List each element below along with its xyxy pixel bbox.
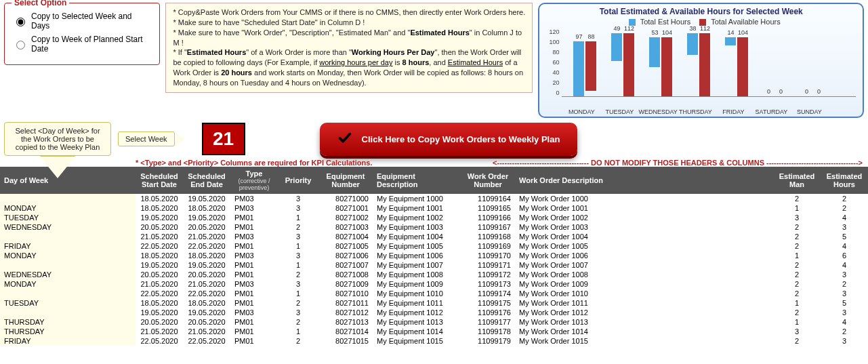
cell-wodesc[interactable]: My Work Order 1006: [515, 251, 773, 260]
cell-eqdesc[interactable]: My Equipment 1013: [373, 317, 461, 327]
table-row[interactable]: FRIDAY22.05.202022.05.2020PM01180271005M…: [0, 241, 868, 251]
cell-wonum[interactable]: 11099179: [461, 336, 515, 346]
cell-send[interactable]: 20.05.2020: [183, 270, 230, 279]
radio-copy-planned-input[interactable]: [16, 41, 25, 49]
cell-eman[interactable]: 2: [773, 222, 821, 232]
cell-prio[interactable]: 2: [278, 222, 318, 232]
cell-sstart[interactable]: 21.05.2020: [136, 279, 183, 289]
cell-dow[interactable]: THURSDAY: [0, 317, 136, 327]
cell-prio[interactable]: 1: [278, 213, 318, 222]
cell-eman[interactable]: 1: [773, 298, 821, 308]
cell-eman[interactable]: 2: [773, 336, 821, 346]
cell-eqnum[interactable]: 80271015: [318, 336, 373, 346]
cell-wodesc[interactable]: My Work Order 1001: [515, 203, 773, 213]
cell-ehours[interactable]: 3: [821, 308, 868, 317]
cell-ehours[interactable]: 2: [821, 203, 868, 213]
cell-sstart[interactable]: 19.05.2020: [136, 213, 183, 222]
cell-send[interactable]: 19.05.2020: [183, 308, 230, 317]
cell-dow[interactable]: MONDAY: [0, 251, 136, 260]
cell-wodesc[interactable]: My Work Order 1004: [515, 232, 773, 241]
cell-eqnum[interactable]: 80271009: [318, 279, 373, 289]
cell-prio[interactable]: 2: [278, 336, 318, 346]
cell-wodesc[interactable]: My Work Order 1010: [515, 289, 773, 298]
cell-type[interactable]: PM01: [230, 289, 278, 298]
table-row[interactable]: THURSDAY20.05.202020.05.2020PM0128027101…: [0, 317, 868, 327]
cell-send[interactable]: 18.05.2020: [183, 298, 230, 308]
cell-send[interactable]: 19.05.2020: [183, 194, 230, 203]
cell-wonum[interactable]: 11099174: [461, 289, 515, 298]
cell-dow[interactable]: TUESDAY: [0, 298, 136, 308]
work-orders-table[interactable]: Day of Week Scheduled Start Date Schedul…: [0, 167, 868, 346]
cell-eqdesc[interactable]: My Equipment 1006: [373, 251, 461, 260]
cell-send[interactable]: 20.05.2020: [183, 222, 230, 232]
cell-prio[interactable]: 3: [278, 308, 318, 317]
cell-eqnum[interactable]: 80271013: [318, 317, 373, 327]
cell-sstart[interactable]: 18.05.2020: [136, 194, 183, 203]
cell-type[interactable]: PM01: [230, 213, 278, 222]
cell-send[interactable]: 22.05.2020: [183, 289, 230, 298]
cell-eman[interactable]: 2: [773, 241, 821, 251]
cell-wonum[interactable]: 11099167: [461, 222, 515, 232]
cell-sstart[interactable]: 22.05.2020: [136, 289, 183, 298]
cell-eman[interactable]: 2: [773, 232, 821, 241]
cell-eqnum[interactable]: 80271014: [318, 327, 373, 336]
table-row[interactable]: MONDAY21.05.202021.05.2020PM03380271009M…: [0, 279, 868, 289]
cell-eqdesc[interactable]: My Equipment 1011: [373, 298, 461, 308]
cell-eman[interactable]: 2: [773, 194, 821, 203]
cell-sstart[interactable]: 20.05.2020: [136, 317, 183, 327]
cell-eman[interactable]: 1: [773, 203, 821, 213]
cell-prio[interactable]: 1: [278, 327, 318, 336]
cell-type[interactable]: PM03: [230, 308, 278, 317]
cell-send[interactable]: 22.05.2020: [183, 336, 230, 346]
cell-dow[interactable]: [0, 260, 136, 270]
cell-sstart[interactable]: 18.05.2020: [136, 203, 183, 213]
cell-eqnum[interactable]: 80271001: [318, 203, 373, 213]
cell-wodesc[interactable]: My Work Order 1005: [515, 241, 773, 251]
cell-eqnum[interactable]: 80271008: [318, 270, 373, 279]
cell-prio[interactable]: 3: [278, 232, 318, 241]
cell-type[interactable]: PM01: [230, 270, 278, 279]
cell-prio[interactable]: 2: [278, 270, 318, 279]
cell-dow[interactable]: MONDAY: [0, 203, 136, 213]
cell-type[interactable]: PM03: [230, 251, 278, 260]
cell-eman[interactable]: 2: [773, 279, 821, 289]
cell-dow[interactable]: TUESDAY: [0, 213, 136, 222]
cell-wonum[interactable]: 11099170: [461, 251, 515, 260]
copy-work-orders-button[interactable]: Click Here to Copy Work Orders to Weekly…: [320, 123, 578, 156]
cell-wonum[interactable]: 11099172: [461, 270, 515, 279]
cell-sstart[interactable]: 21.05.2020: [136, 327, 183, 336]
cell-ehours[interactable]: 2: [821, 327, 868, 336]
cell-sstart[interactable]: 18.05.2020: [136, 298, 183, 308]
cell-wonum[interactable]: 11099166: [461, 213, 515, 222]
cell-eqdesc[interactable]: My Equipment 1007: [373, 260, 461, 270]
cell-eqnum[interactable]: 80271010: [318, 289, 373, 298]
cell-send[interactable]: 21.05.2020: [183, 327, 230, 336]
cell-wonum[interactable]: 11099175: [461, 298, 515, 308]
cell-dow[interactable]: WEDNESDAY: [0, 222, 136, 232]
cell-ehours[interactable]: 2: [821, 194, 868, 203]
cell-wonum[interactable]: 11099178: [461, 327, 515, 336]
cell-eqdesc[interactable]: My Equipment 1004: [373, 232, 461, 241]
cell-eqdesc[interactable]: My Equipment 1008: [373, 270, 461, 279]
cell-eqdesc[interactable]: My Equipment 1003: [373, 222, 461, 232]
cell-wonum[interactable]: 11099176: [461, 308, 515, 317]
cell-eqdesc[interactable]: My Equipment 1000: [373, 194, 461, 203]
cell-prio[interactable]: 3: [278, 203, 318, 213]
cell-send[interactable]: 22.05.2020: [183, 241, 230, 251]
table-row[interactable]: 22.05.202022.05.2020PM01180271010My Equi…: [0, 289, 868, 298]
radio-copy-selected[interactable]: Copy to Selected Week and Days: [13, 12, 151, 31]
cell-ehours[interactable]: 3: [821, 270, 868, 279]
cell-send[interactable]: 20.05.2020: [183, 317, 230, 327]
cell-wodesc[interactable]: My Work Order 1000: [515, 194, 773, 203]
cell-ehours[interactable]: 6: [821, 251, 868, 260]
cell-type[interactable]: PM01: [230, 222, 278, 232]
cell-sstart[interactable]: 22.05.2020: [136, 336, 183, 346]
cell-wodesc[interactable]: My Work Order 1011: [515, 298, 773, 308]
cell-dow[interactable]: [0, 308, 136, 317]
table-row[interactable]: TUESDAY19.05.202019.05.2020PM01180271002…: [0, 213, 868, 222]
cell-eqdesc[interactable]: My Equipment 1014: [373, 327, 461, 336]
cell-type[interactable]: PM01: [230, 298, 278, 308]
cell-eqdesc[interactable]: My Equipment 1002: [373, 213, 461, 222]
table-row[interactable]: WEDNESDAY20.05.202020.05.2020PM012802710…: [0, 270, 868, 279]
cell-dow[interactable]: [0, 289, 136, 298]
